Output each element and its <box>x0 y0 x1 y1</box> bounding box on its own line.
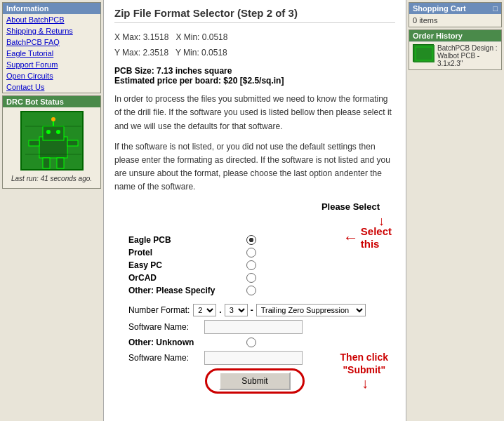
svg-point-4 <box>56 130 60 134</box>
format-select-2[interactable]: 3 2 4 <box>225 304 248 316</box>
svg-rect-13 <box>413 45 435 62</box>
main-content: Zip File Format Selector (Step 2 of 3) X… <box>104 0 406 421</box>
drc-section: DRC Bot Status <box>2 95 101 189</box>
sidebar-item-about[interactable]: About BatchPCB <box>3 14 100 25</box>
info-section: Information About BatchPCB Shipping & Re… <box>2 2 101 93</box>
estimated-price: Estimated price per board: $20 [$2.5/sq.… <box>114 76 395 86</box>
submit-wrapper: Submit <box>219 372 290 390</box>
format-dot: . <box>219 305 221 315</box>
svg-rect-10 <box>67 140 78 146</box>
number-format-label: Number Format: <box>128 305 190 315</box>
option-label-orcad: OrCAD <box>128 273 241 283</box>
format-row: Number Format: 2 3 4 . 3 2 4 - Trailing … <box>128 304 395 316</box>
svg-point-6 <box>51 117 55 121</box>
option-row-other-unknown: Other: Unknown <box>114 338 395 347</box>
radio-easypc[interactable] <box>246 260 256 270</box>
cart-toggle-icon[interactable]: □ <box>493 4 498 13</box>
svg-rect-2 <box>43 126 64 140</box>
xmax: X Max: 3.1518 <box>114 32 168 42</box>
order-history-header: Order History <box>409 30 501 41</box>
software-name-input-2[interactable] <box>204 351 303 365</box>
radio-protel[interactable] <box>246 248 256 258</box>
svg-point-3 <box>46 130 51 134</box>
option-label-other-specify: Other: Please Specify <box>128 286 241 295</box>
left-sidebar: Information About BatchPCB Shipping & Re… <box>0 0 104 421</box>
radio-eagle[interactable] <box>246 235 256 245</box>
trailing-zero-select[interactable]: Trailing Zero Suppression Leading Zero S… <box>256 304 366 316</box>
format-dash: - <box>251 305 253 315</box>
xmin: X Min: 0.0518 <box>175 32 227 42</box>
sidebar-item-shipping[interactable]: Shipping & Returns <box>3 25 100 36</box>
coord-info: X Max: 3.1518 X Min: 0.0518 Y Max: 2.351… <box>114 30 395 60</box>
option-label-eagle: Eagle PCB <box>128 235 241 245</box>
radio-orcad[interactable] <box>246 273 256 283</box>
arrow-right-icon: ← <box>343 229 359 247</box>
robot-container: Last run: 41 seconds ago. <box>3 107 100 188</box>
option-row-orcad: OrCAD <box>114 273 343 283</box>
software-name-row-1: Software Name: <box>128 320 395 334</box>
robot-image <box>20 111 84 171</box>
software-name-label-1: Software Name: <box>128 322 199 332</box>
format-select-1[interactable]: 2 3 4 <box>193 304 216 316</box>
software-name-label-2: Software Name: <box>128 353 199 363</box>
option-row-other-specify: Other: Please Specify <box>114 286 343 295</box>
ymin: Y Min: 0.0518 <box>175 48 227 58</box>
order-history-section: Order History BatchPCB Design : Walbot P… <box>409 29 502 70</box>
arrow-down-icon: ↓ <box>362 375 369 392</box>
cart-items-count: 0 items <box>409 14 501 27</box>
pcb-info: PCB Size: 7.13 inches square Estimated p… <box>114 66 395 86</box>
svg-rect-8 <box>57 158 64 168</box>
last-run-text: Last run: 41 seconds ago. <box>6 173 97 185</box>
please-select-label: Please Select <box>114 201 395 212</box>
description-1: In order to process the files you submit… <box>114 93 395 133</box>
sidebar-item-faq[interactable]: BatchPCB FAQ <box>3 36 100 48</box>
order-thumbnail <box>413 44 434 62</box>
sidebar-item-eagle[interactable]: Eagle Tutorial <box>3 48 100 59</box>
main-layout: Information About BatchPCB Shipping & Re… <box>0 0 504 421</box>
cart-section: Shopping Cart □ 0 items <box>409 2 502 27</box>
select-this-annotation: Selectthis <box>361 225 392 250</box>
description-2: If the software is not listed, or you di… <box>114 140 395 194</box>
options-section: Please Select ↓ Eagle PCB Protel <box>114 201 395 390</box>
radio-other-unknown[interactable] <box>246 338 256 347</box>
page-title: Zip File Format Selector (Step 2 of 3) <box>114 7 395 23</box>
radio-other-specify[interactable] <box>246 286 256 295</box>
sidebar-item-contact[interactable]: Contact Us <box>3 81 100 93</box>
right-sidebar: Shopping Cart □ 0 items Order History Ba… <box>406 0 504 421</box>
software-name-input-1[interactable] <box>204 320 303 334</box>
sidebar-item-support[interactable]: Support Forum <box>3 59 100 70</box>
order-item-text: BatchPCB Design : Walbot PCB - 3.1x2.3" <box>437 44 498 67</box>
svg-rect-7 <box>43 158 50 168</box>
then-click-annotation: Then click"Submit" <box>340 351 388 376</box>
drc-header: DRC Bot Status <box>3 96 100 107</box>
option-row-easypc: Easy PC <box>114 260 343 270</box>
submit-button[interactable]: Submit <box>219 372 290 390</box>
option-row-eagle: Eagle PCB <box>114 235 343 245</box>
sidebar-item-open-circuits[interactable]: Open Circuits <box>3 70 100 81</box>
option-label-protel: Protel <box>128 248 241 258</box>
ymax: Y Max: 2.3518 <box>114 48 168 58</box>
option-row-protel: Protel <box>114 248 343 258</box>
submit-area: Then click"Submit" ↓ Submit <box>114 372 395 390</box>
svg-rect-9 <box>29 140 39 146</box>
order-history-label: Order History <box>413 32 463 40</box>
option-label-easypc: Easy PC <box>128 260 241 270</box>
order-item: BatchPCB Design : Walbot PCB - 3.1x2.3" <box>409 41 501 69</box>
pcb-size: PCB Size: 7.13 inches square <box>114 66 395 76</box>
option-label-other-unknown: Other: Unknown <box>128 338 241 347</box>
cart-header: Shopping Cart □ <box>409 3 501 14</box>
cart-header-label: Shopping Cart <box>413 4 466 13</box>
info-header: Information <box>3 3 100 14</box>
